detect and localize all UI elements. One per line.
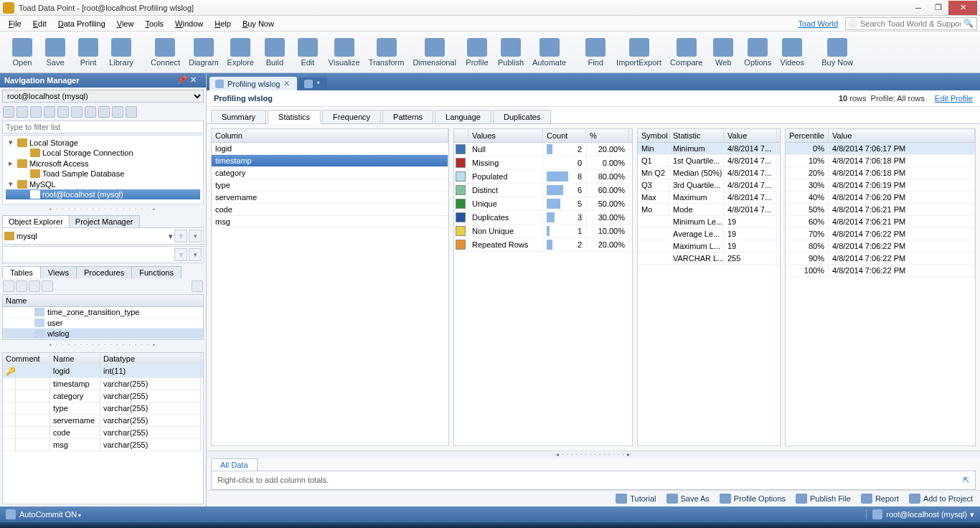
- mini-btn[interactable]: [98, 106, 110, 118]
- menu-file[interactable]: File: [3, 18, 27, 29]
- action-profile-options[interactable]: Profile Options: [720, 494, 786, 504]
- toolbar-options[interactable]: Options: [740, 37, 776, 68]
- close-button[interactable]: ✕: [948, 1, 977, 15]
- filter-icon[interactable]: ▿: [174, 248, 187, 261]
- table-row[interactable]: wlslog: [3, 329, 203, 339]
- doc-tab[interactable]: *: [298, 77, 326, 90]
- values-header[interactable]: %: [586, 129, 629, 142]
- nav-filter-input[interactable]: [2, 121, 204, 133]
- column-row[interactable]: logid: [212, 143, 448, 155]
- stats-header[interactable]: Value: [724, 129, 777, 142]
- stats-row[interactable]: MaxMaximum4/8/2014 7...: [638, 192, 780, 204]
- menu-view[interactable]: View: [111, 18, 140, 29]
- schema-header[interactable]: Name: [50, 353, 100, 365]
- perc-header[interactable]: Percentile: [786, 129, 829, 142]
- perc-row[interactable]: 100%4/8/2014 7:06:22 PM: [786, 265, 975, 277]
- sub-filter[interactable]: ▿ ▾: [2, 246, 204, 263]
- perc-row[interactable]: 60%4/8/2014 7:06:21 PM: [786, 216, 975, 228]
- statistics-grid[interactable]: SymbolStatisticValue MinMinimum4/8/2014 …: [637, 128, 781, 446]
- toolbar-buy now[interactable]: Buy Now: [817, 37, 857, 68]
- schema-row[interactable]: categoryvarchar(255): [3, 390, 203, 402]
- action-save-as[interactable]: Save As: [666, 494, 710, 504]
- toolbar-edit[interactable]: Edit: [291, 37, 324, 68]
- maximize-button[interactable]: ❐: [928, 1, 948, 15]
- stats-row[interactable]: Average Le...19: [638, 228, 780, 240]
- column-row[interactable]: msg: [212, 216, 448, 228]
- values-header[interactable]: [454, 129, 468, 142]
- collapse-handle[interactable]: ◂ · · · · · · · · · · · · · · ▸: [207, 451, 980, 458]
- mini-btn[interactable]: [85, 106, 96, 118]
- perc-header[interactable]: Value: [829, 129, 975, 142]
- columns-grid[interactable]: Column logidtimestampcategorytypeservern…: [211, 128, 449, 446]
- perc-row[interactable]: 20%4/8/2014 7:06:18 PM: [786, 167, 975, 179]
- toolbar-save[interactable]: Save: [39, 37, 72, 68]
- values-row[interactable]: Missing00.00%: [454, 156, 632, 170]
- subtab-object-explorer[interactable]: Object Explorer: [2, 215, 70, 227]
- stats-row[interactable]: Minimum Le...19: [638, 216, 780, 228]
- toolbar-videos[interactable]: Videos: [776, 37, 809, 68]
- perc-row[interactable]: 90%4/8/2014 7:06:22 PM: [786, 253, 975, 265]
- perc-row[interactable]: 70%4/8/2014 7:06:22 PM: [786, 228, 975, 240]
- column-row[interactable]: category: [212, 167, 448, 179]
- stats-row[interactable]: Mn Q2Median (50%)4/8/2014 7...: [638, 167, 780, 179]
- view-mode-icon[interactable]: [192, 280, 203, 292]
- toolbar-compare[interactable]: Compare: [666, 37, 707, 68]
- profile-tab-frequency[interactable]: Frequency: [322, 110, 381, 124]
- schema-row[interactable]: 🔑logidint(11): [3, 365, 203, 378]
- schema-row[interactable]: servernamevarchar(255): [3, 415, 203, 427]
- edit-profile-link[interactable]: Edit Profile: [935, 94, 973, 103]
- nav-close-icon[interactable]: ✕: [190, 75, 202, 85]
- tree-item[interactable]: Local Storage Connection: [6, 148, 200, 158]
- perc-row[interactable]: 40%4/8/2014 7:06:20 PM: [786, 192, 975, 204]
- stats-row[interactable]: MinMinimum4/8/2014 7...: [638, 143, 780, 155]
- menu-help[interactable]: Help: [209, 18, 237, 29]
- profile-tab-patterns[interactable]: Patterns: [382, 110, 433, 124]
- tables-list[interactable]: Name time_zone_transition_typeuserwlslog: [2, 294, 204, 340]
- values-header[interactable]: Count: [543, 129, 586, 142]
- mini-btn[interactable]: [3, 106, 14, 118]
- perc-row[interactable]: 80%4/8/2014 7:06:22 PM: [786, 240, 975, 253]
- db-selector[interactable]: mysql ▾ ▿ ▾: [2, 227, 204, 245]
- tree-item[interactable]: root@localhost (mysql): [6, 189, 200, 199]
- tt-btn[interactable]: [16, 280, 27, 292]
- mini-btn[interactable]: [30, 106, 42, 118]
- percentile-grid[interactable]: PercentileValue 0%4/8/2014 7:06:17 PM10%…: [785, 128, 976, 446]
- stats-header[interactable]: Symbol: [638, 129, 669, 142]
- toolbar-publish[interactable]: Publish: [494, 37, 528, 68]
- profile-tab-summary[interactable]: Summary: [211, 110, 266, 124]
- minimize-button[interactable]: ─: [908, 1, 928, 15]
- column-row[interactable]: timestamp: [212, 155, 448, 167]
- mini-btn[interactable]: [57, 106, 69, 118]
- table-row[interactable]: time_zone_transition_type: [3, 307, 203, 318]
- column-row[interactable]: servername: [212, 192, 448, 204]
- toolbar-automate[interactable]: Automate: [528, 37, 570, 68]
- stats-row[interactable]: VARCHAR L...255: [638, 253, 780, 265]
- connection-selector[interactable]: root@localhost (mysql): [2, 90, 204, 103]
- values-row[interactable]: Populated880.00%: [454, 170, 632, 184]
- objtab-tables[interactable]: Tables: [2, 266, 41, 278]
- tree-item[interactable]: ▾Local Storage: [6, 137, 200, 148]
- tt-btn[interactable]: [42, 280, 53, 292]
- search-go-icon[interactable]: 🔍: [963, 19, 974, 29]
- toolbar-dimensional[interactable]: Dimensional: [408, 37, 461, 68]
- toad-world-link[interactable]: Toad World: [798, 19, 838, 28]
- schema-grid[interactable]: CommentNameDatatype 🔑logidint(11)timesta…: [2, 352, 204, 504]
- action-publish-file[interactable]: Publish File: [796, 494, 851, 504]
- values-row[interactable]: Repeated Rows220.00%: [454, 238, 632, 252]
- perc-row[interactable]: 50%4/8/2014 7:06:21 PM: [786, 204, 975, 216]
- perc-row[interactable]: 30%4/8/2014 7:06:19 PM: [786, 179, 975, 192]
- values-row[interactable]: Duplicates330.00%: [454, 211, 632, 225]
- menu-edit[interactable]: Edit: [27, 18, 52, 29]
- menu-data-profiling[interactable]: Data Profiling: [52, 18, 111, 29]
- stats-row[interactable]: Maximum L...19: [638, 240, 780, 253]
- mini-btn[interactable]: [44, 106, 55, 118]
- tree-item[interactable]: ▸Microsoft Access: [6, 158, 200, 169]
- objtab-views[interactable]: Views: [40, 266, 77, 278]
- column-row[interactable]: code: [212, 204, 448, 216]
- subtab-project-manager[interactable]: Project Manager: [69, 215, 140, 227]
- popout-icon[interactable]: ⇱: [963, 476, 969, 485]
- schema-row[interactable]: msgvarchar(255): [3, 439, 203, 451]
- toolbar-visualize[interactable]: Visualize: [324, 37, 364, 68]
- all-data-tab[interactable]: All Data: [211, 458, 258, 471]
- schema-row[interactable]: typevarchar(255): [3, 402, 203, 415]
